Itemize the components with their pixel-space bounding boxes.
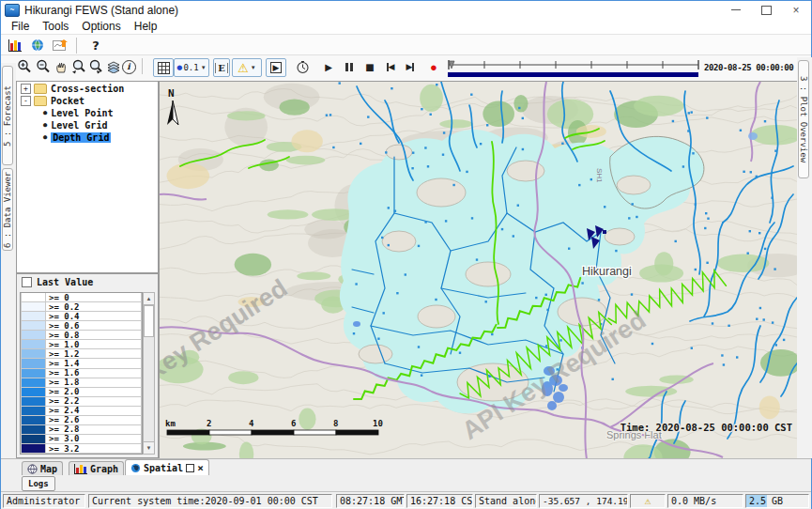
logs-button[interactable]: Logs — [22, 476, 55, 491]
legend-row: >= 0 — [21, 293, 142, 302]
database-icon[interactable] — [7, 37, 23, 54]
record-button[interactable]: ● — [425, 58, 442, 75]
tab-plot-overview[interactable]: 3 : Plot Overview — [798, 60, 809, 178]
animation-clock-icon[interactable] — [294, 58, 311, 75]
zoom-out-icon[interactable] — [35, 58, 52, 75]
timeseries-dialog-icon[interactable] — [52, 37, 69, 54]
info-icon[interactable]: i — [120, 58, 137, 75]
menu-tools[interactable]: Tools — [36, 20, 75, 33]
minimize-icon — [731, 9, 741, 10]
legend-table: >= 0>= 0.2>= 0.4>= 0.6>= 0.8>= 1.0>= 1.2… — [20, 292, 143, 455]
last-value-checkbox[interactable] — [22, 277, 32, 287]
thresholds-dropdown[interactable]: ⚠ ▼ — [232, 58, 262, 77]
warning-triangle-icon: ⚠ — [237, 61, 249, 75]
time-slider[interactable] — [446, 59, 701, 79]
point-size-dropdown[interactable]: ● 0.1 ▼ — [174, 58, 209, 77]
filter-tree-panel: +Cross-section-Pocket●Level Point●Level … — [16, 81, 159, 273]
town-label: Hikurangi — [582, 265, 632, 278]
tree-item-level-point[interactable]: ●Level Point — [41, 107, 158, 118]
legend-row: >= 2.0 — [21, 388, 142, 397]
maximize-button[interactable] — [751, 1, 781, 19]
menu-help[interactable]: Help — [128, 20, 164, 33]
restore-pane-icon[interactable] — [186, 464, 194, 472]
legend-row: >= 0.6 — [21, 321, 142, 331]
title-bar: ~ Hikurangi FEWS (Stand alone) × — [1, 1, 811, 19]
tab-graph[interactable]: Graph — [69, 461, 124, 476]
status-coordinates: -35.657 , 174.199 — [539, 494, 628, 508]
node-bullet-icon: ● — [43, 109, 47, 116]
legend-swatch — [21, 397, 46, 407]
legend-swatch — [21, 340, 46, 349]
tree-item-level-grid[interactable]: ●Level Grid — [41, 119, 158, 131]
legend-row: >= 1.6 — [21, 369, 142, 378]
close-pane-icon[interactable]: × — [197, 462, 204, 474]
legend-row: >= 0.2 — [21, 302, 142, 312]
legend-swatch — [21, 331, 46, 340]
legend-label: >= 0.2 — [46, 302, 142, 312]
legend-row: >= 2.8 — [21, 425, 142, 435]
stop-button[interactable]: ■ — [361, 58, 378, 75]
legend-row: >= 1.4 — [21, 359, 142, 368]
legend-swatch — [21, 425, 46, 435]
map-canvas[interactable]: API Key Required API Key Required Hikura… — [160, 82, 797, 458]
legend-row: >= 3.2 — [21, 444, 142, 454]
svg-text:2: 2 — [207, 419, 211, 428]
legend-label: >= 0.8 — [46, 331, 142, 340]
app-logo-icon: ~ — [5, 4, 20, 17]
tree-expander-icon[interactable]: + — [21, 84, 31, 94]
tab-map[interactable]: Map — [22, 461, 63, 476]
legend-label: >= 1.6 — [46, 369, 142, 378]
tree-expander-icon[interactable]: - — [21, 96, 31, 106]
step-back-button[interactable]: ◀ — [382, 58, 399, 75]
bottom-tab-bar: Map Graph Spatial × — [1, 458, 811, 476]
legend-row: >= 1.8 — [21, 378, 142, 388]
tab-spatial[interactable]: Spatial × — [125, 459, 209, 476]
animation-window-button[interactable]: ▶ — [266, 58, 286, 77]
tree-item-label: Level Grid — [51, 120, 107, 131]
legend-label: >= 2.6 — [46, 416, 142, 425]
help-icon[interactable]: ? — [87, 37, 104, 54]
tree-item-pocket[interactable]: -Pocket — [21, 95, 158, 106]
legend-label: >= 1.4 — [46, 359, 142, 368]
scrollbar-thumb[interactable] — [144, 305, 154, 337]
close-button[interactable]: × — [781, 1, 811, 19]
pan-hand-icon[interactable] — [53, 58, 69, 75]
svg-text:km: km — [165, 419, 176, 428]
map-toolbar: i ● 0.1 ▼ E ⚠ ▼ ▶ ▶ ■ ◀ ▶ ● — [1, 54, 811, 83]
legend-label: >= 0.4 — [46, 312, 142, 321]
scroll-down-icon[interactable]: ▼ — [144, 441, 154, 454]
globe-map-icon[interactable] — [29, 37, 46, 54]
grid-toggle-button[interactable] — [153, 58, 174, 77]
legend-swatch — [21, 359, 46, 368]
zoom-in-icon[interactable] — [16, 58, 33, 75]
minimize-button[interactable] — [721, 1, 751, 19]
legend-swatch — [21, 378, 46, 388]
tree-item-depth-grid[interactable]: ●Depth Grid — [41, 131, 158, 143]
pause-button[interactable] — [341, 58, 358, 75]
legend-label: >= 2.4 — [46, 407, 142, 416]
menu-file[interactable]: File — [5, 20, 36, 33]
play-button[interactable]: ▶ — [320, 58, 337, 75]
zoom-next-icon[interactable] — [87, 58, 104, 75]
svg-text:8: 8 — [333, 419, 338, 428]
tree-item-cross-section[interactable]: +Cross-section — [21, 83, 158, 94]
chevron-down-icon: ▼ — [201, 65, 207, 70]
status-warning-icon[interactable]: ⚠ — [630, 494, 666, 508]
legend-scrollbar[interactable]: ▲ ▼ — [143, 292, 155, 455]
labels-toggle-button[interactable]: E — [213, 58, 230, 77]
legend-label: >= 3.0 — [46, 435, 142, 444]
legend-row: >= 0.4 — [21, 312, 142, 321]
tab-forecast[interactable]: 5 : Forecast — [2, 66, 13, 165]
legend-row: >= 2.6 — [21, 416, 142, 425]
zoom-previous-icon[interactable] — [70, 58, 87, 75]
legend-row: >= 2.2 — [21, 397, 142, 407]
legend-swatch — [21, 444, 46, 454]
menu-options[interactable]: Options — [75, 20, 127, 33]
tab-data-viewer[interactable]: 6 : Data Viewer — [2, 168, 13, 251]
pause-icon — [345, 63, 353, 71]
step-forward-button[interactable]: ▶ — [402, 58, 419, 75]
scroll-up-icon[interactable]: ▲ — [144, 293, 154, 305]
window-title: Hikurangi FEWS (Stand alone) — [24, 4, 178, 17]
legend-label: >= 0 — [46, 293, 142, 302]
legend-swatch — [21, 321, 46, 331]
